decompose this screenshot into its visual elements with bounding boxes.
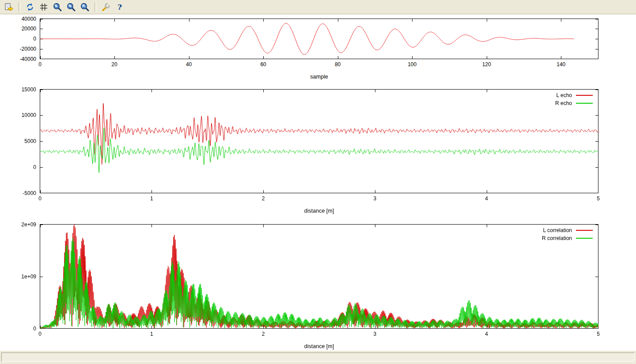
x-tick-label: 3 xyxy=(364,331,386,337)
copy-to-clipboard-button[interactable] xyxy=(3,1,15,13)
zoom-next-button[interactable] xyxy=(65,1,77,13)
wrench-icon xyxy=(101,2,111,12)
help-button[interactable]: ? xyxy=(114,1,126,13)
y-tick-label: 1e+09 xyxy=(9,274,36,280)
toggle-grid-button[interactable] xyxy=(38,1,50,13)
legend-line-sample xyxy=(576,238,593,239)
x-tick-label: 4 xyxy=(476,331,498,337)
autoscale-button[interactable] xyxy=(79,1,91,13)
x-tick-label: 5 xyxy=(587,331,610,337)
toolbar-separator xyxy=(95,2,96,12)
plot-canvas-correlation[interactable] xyxy=(40,224,598,329)
legend: L correlationR correlation xyxy=(542,227,593,241)
copy-to-clipboard-icon xyxy=(4,2,14,12)
x-tick-label: 0 xyxy=(29,331,51,337)
status-field xyxy=(1,353,635,362)
zoom-previous-button[interactable] xyxy=(51,1,64,13)
replot-button[interactable] xyxy=(24,1,36,13)
x-tick-label: 1 xyxy=(140,331,163,337)
chart-correlation: distance [m] 01234501e+092e+09L correlat… xyxy=(0,15,636,351)
zoom-next-icon xyxy=(66,2,76,12)
y-tick-label: 0 xyxy=(9,326,36,332)
status-bar xyxy=(0,351,636,364)
toolbar-separator xyxy=(19,2,20,12)
plot-area: sample 020406080100120140-40000-20000020… xyxy=(0,15,636,351)
x-tick-label: 2 xyxy=(252,331,274,337)
zoom-previous-icon xyxy=(53,2,62,12)
help-icon: ? xyxy=(117,3,122,11)
refresh-icon xyxy=(25,2,35,12)
legend-label: L correlation xyxy=(543,227,572,233)
legend-label: R correlation xyxy=(542,235,572,241)
configure-button[interactable] xyxy=(100,1,112,13)
y-tick-label: 2e+09 xyxy=(9,221,36,228)
toolbar: ? xyxy=(0,0,636,14)
x-axis-label-correlation: distance [m] xyxy=(40,343,598,349)
autoscale-icon xyxy=(80,2,90,12)
grid-icon xyxy=(39,2,49,12)
legend-entry: R correlation xyxy=(542,235,593,241)
legend-line-sample xyxy=(576,230,593,231)
legend-entry: L correlation xyxy=(542,227,593,233)
